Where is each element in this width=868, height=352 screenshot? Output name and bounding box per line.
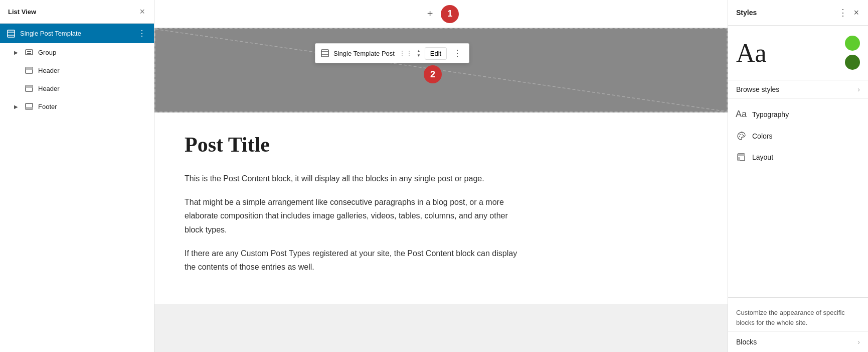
svg-rect-12 [321, 50, 328, 57]
layout-icon [736, 153, 746, 162]
styles-list-left-typography: Aa Typography [736, 109, 789, 120]
styles-list-label-typography: Typography [752, 110, 789, 119]
svg-rect-21 [738, 154, 745, 156]
browse-styles-item[interactable]: Browse styles › [728, 80, 868, 99]
styles-list-item-layout[interactable]: Layout [728, 147, 868, 168]
svg-point-18 [742, 134, 743, 135]
toolbar-drag-handle[interactable]: ⋮⋮ [399, 49, 413, 57]
list-item-header-2[interactable]: ▶ Header [0, 79, 154, 97]
list-item-single-post-template[interactable]: Single Post Template ⋮ [0, 24, 154, 43]
post-paragraph-3: If there are any Custom Post Types regis… [185, 247, 526, 274]
svg-point-16 [739, 136, 740, 137]
styles-list-item-colors[interactable]: Colors [728, 126, 868, 147]
list-view-title: List View [8, 8, 36, 16]
canvas-top-bar: + 1 [154, 0, 728, 28]
blocks-item[interactable]: Blocks › [728, 331, 868, 352]
list-item-label-group: Group [38, 49, 148, 56]
toolbar-template-label: Single Template Post [333, 50, 395, 57]
styles-divider [728, 297, 868, 298]
header-icon-2 [24, 83, 34, 93]
edit-button[interactable]: Edit [425, 47, 447, 60]
svg-point-19 [743, 135, 744, 136]
toolbar-arrows[interactable]: ▲ ▼ [417, 49, 421, 58]
post-paragraph-2: That might be a simple arrangement like … [185, 195, 526, 237]
svg-rect-11 [26, 107, 33, 109]
svg-rect-9 [26, 85, 33, 88]
blocks-chevron: › [857, 338, 860, 346]
styles-list-item-typography[interactable]: Aa Typography [728, 103, 868, 126]
styles-list-left-layout: Layout [736, 153, 773, 162]
list-item-label-footer: Footer [38, 103, 148, 110]
list-item-more-single-post-template[interactable]: ⋮ [136, 28, 148, 39]
list-item-label-header-2: Header [38, 85, 148, 92]
list-item-label-header-1: Header [38, 67, 148, 74]
list-view-close-button[interactable]: × [138, 6, 146, 17]
list-item-label-single-post-template: Single Post Template [20, 30, 136, 37]
post-content-area: Post Title This is the Post Content bloc… [154, 112, 728, 304]
colors-preview [845, 36, 860, 70]
expand-arrow-footer[interactable]: ▶ [14, 104, 22, 109]
list-item-header-1[interactable]: ▶ Header [0, 61, 154, 79]
browse-styles-chevron: › [857, 85, 860, 93]
badge-2: 2 [424, 65, 442, 83]
template-icon [6, 29, 16, 39]
secondary-color-circle[interactable] [845, 55, 860, 70]
svg-rect-4 [27, 51, 31, 52]
arrow-down[interactable]: ▼ [417, 54, 421, 58]
styles-close-button[interactable]: × [852, 7, 860, 19]
footer-icon [24, 101, 34, 111]
list-item-footer[interactable]: ▶ Footer [0, 97, 154, 115]
template-toolbar: Single Template Post ⋮⋮ ▲ ▼ Edit ⋮ [315, 43, 469, 63]
styles-list-label-colors: Colors [752, 132, 772, 140]
typography-icon: Aa [736, 109, 746, 120]
template-toolbar-icon [320, 49, 329, 58]
toolbar-more-button[interactable]: ⋮ [451, 47, 464, 60]
main-canvas: + 1 Single Template Post ⋮⋮ ▲ ▼ Edit ⋮ 2 [154, 0, 728, 352]
typography-preview: Aa [736, 38, 767, 68]
styles-list-left-colors: Colors [736, 132, 772, 141]
svg-rect-5 [27, 53, 31, 54]
styles-header: Styles ⋮ × [728, 0, 868, 26]
svg-rect-7 [26, 67, 33, 70]
styles-title: Styles [736, 9, 757, 17]
styles-header-icons: ⋮ × [837, 6, 860, 19]
styles-more-button[interactable]: ⋮ [837, 6, 848, 19]
primary-color-circle[interactable] [845, 36, 860, 51]
svg-point-17 [740, 134, 741, 135]
list-item-group[interactable]: ▶ Group [0, 43, 154, 61]
list-view-panel: List View × Single Post Template ⋮ ▶ [0, 0, 154, 352]
header-icon-1 [24, 65, 34, 75]
expand-arrow-group[interactable]: ▶ [14, 50, 22, 55]
colors-icon [736, 132, 746, 141]
post-title: Post Title [185, 133, 698, 157]
styles-panel: Styles ⋮ × Aa Browse styles › Aa Typogra… [728, 0, 868, 352]
list-view-header: List View × [0, 0, 154, 24]
group-icon [24, 47, 34, 57]
customize-text: Customize the appearance of specific blo… [728, 300, 868, 331]
list-view-items: Single Post Template ⋮ ▶ Group ▶ [0, 24, 154, 352]
post-body: This is the Post Content block, it will … [185, 172, 698, 274]
svg-rect-0 [8, 30, 15, 37]
post-paragraph-1: This is the Post Content block, it will … [185, 172, 526, 185]
blocks-label: Blocks [736, 338, 757, 346]
arrow-up[interactable]: ▲ [417, 49, 421, 53]
browse-styles-label: Browse styles [736, 85, 779, 93]
styles-list-label-layout: Layout [752, 153, 773, 161]
badge-1: 1 [441, 5, 459, 23]
styles-list: Aa Typography Colors [728, 99, 868, 295]
styles-preview: Aa [728, 26, 868, 80]
svg-rect-22 [738, 157, 740, 161]
add-block-button[interactable]: + [423, 6, 437, 22]
